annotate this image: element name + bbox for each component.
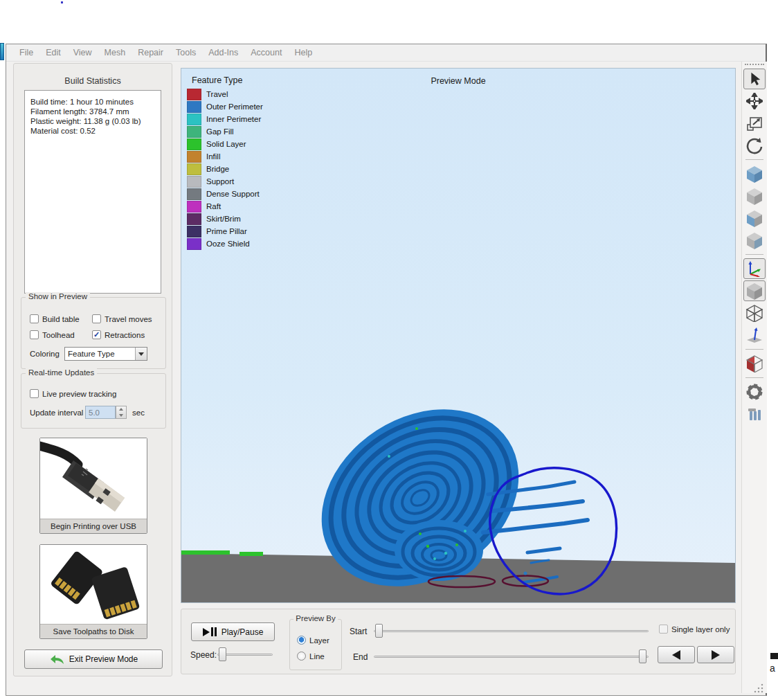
menu-tools[interactable]: Tools bbox=[170, 45, 202, 60]
update-interval-spinner[interactable] bbox=[116, 406, 127, 419]
end-slider-track[interactable] bbox=[374, 656, 649, 658]
cross-section-icon bbox=[745, 355, 763, 373]
window-resize-grip[interactable] bbox=[754, 683, 763, 693]
layer-radio[interactable] bbox=[297, 636, 306, 645]
menu-account[interactable]: Account bbox=[244, 45, 288, 60]
preview-by-label: Preview By bbox=[293, 614, 338, 622]
feature-type-legend: Feature Type Travel Outer Perimeter Inne… bbox=[187, 75, 263, 250]
spin-up-icon[interactable] bbox=[119, 408, 123, 411]
build-statistics-box: Build time: 1 hour 10 minutes Filament l… bbox=[24, 90, 161, 294]
cross-section-button[interactable] bbox=[743, 353, 766, 374]
solid-layer-strip bbox=[181, 550, 230, 555]
line-radio[interactable] bbox=[297, 652, 306, 661]
travel-moves-checkbox[interactable] bbox=[92, 314, 101, 323]
live-preview-checkbox[interactable] bbox=[30, 389, 39, 398]
background-window-fragment bbox=[770, 653, 778, 659]
checkbox-live-preview[interactable]: Live preview tracking bbox=[30, 389, 116, 398]
speed-slider-handle[interactable] bbox=[219, 647, 226, 661]
coloring-select[interactable]: Feature Type bbox=[64, 347, 147, 361]
toolhead-checkbox[interactable] bbox=[30, 330, 39, 339]
rotate-tool-button[interactable] bbox=[743, 135, 766, 156]
legend-swatch bbox=[187, 188, 201, 200]
settings-button[interactable] bbox=[743, 382, 766, 402]
checkbox-retractions[interactable]: ✓ Retractions bbox=[92, 330, 145, 339]
previous-layer-button[interactable] bbox=[658, 646, 695, 663]
realtime-updates-group: Real-time Updates Live preview tracking … bbox=[21, 373, 166, 429]
cube-wireframe-icon bbox=[745, 304, 763, 322]
exit-preview-button[interactable]: Exit Preview Mode bbox=[24, 649, 163, 669]
preview-viewport[interactable]: Preview Mode bbox=[181, 68, 736, 603]
menu-add-ins[interactable]: Add-Ins bbox=[202, 45, 244, 60]
stat-material-cost: Material cost: 0.52 bbox=[30, 126, 155, 136]
start-slider-handle[interactable] bbox=[375, 624, 383, 638]
end-slider[interactable] bbox=[374, 649, 649, 663]
scale-icon bbox=[746, 115, 763, 132]
legend-swatch bbox=[187, 101, 201, 113]
3d-scene[interactable] bbox=[181, 69, 735, 602]
coloring-value: Feature Type bbox=[65, 350, 135, 358]
view-front-button[interactable] bbox=[743, 208, 766, 228]
exit-arrow-icon bbox=[49, 654, 64, 664]
select-tool-button[interactable] bbox=[743, 69, 766, 89]
menu-mesh[interactable]: Mesh bbox=[98, 45, 132, 60]
scale-tool-button[interactable] bbox=[743, 113, 766, 134]
legend-label: Prime Pillar bbox=[206, 227, 247, 235]
start-slider-track[interactable] bbox=[374, 630, 649, 632]
cube-side-icon bbox=[745, 231, 763, 249]
radio-layer[interactable]: Layer bbox=[297, 636, 329, 645]
start-slider[interactable] bbox=[374, 624, 649, 638]
playback-panel: Play/Pause Speed: Preview By Layer Line … bbox=[181, 609, 736, 674]
legend-row: Inner Perimeter bbox=[187, 113, 263, 125]
support-structures-button[interactable] bbox=[743, 404, 766, 424]
legend-label: Bridge bbox=[206, 165, 229, 173]
save-toolpaths-button[interactable]: Save Toolpaths to Disk bbox=[39, 544, 147, 639]
surface-normals-button[interactable] bbox=[743, 325, 766, 345]
end-slider-handle[interactable] bbox=[639, 649, 646, 663]
menu-view[interactable]: View bbox=[67, 45, 98, 60]
retractions-checkbox[interactable]: ✓ bbox=[92, 330, 101, 339]
legend-swatch bbox=[187, 226, 201, 237]
usb-button-caption: Begin Printing over USB bbox=[40, 519, 147, 533]
menu-edit[interactable]: Edit bbox=[39, 45, 67, 60]
legend-label: Support bbox=[206, 177, 234, 186]
radio-line[interactable]: Line bbox=[297, 652, 325, 661]
single-layer-checkbox-row[interactable]: Single layer only bbox=[659, 625, 730, 634]
toolbar-separator bbox=[745, 349, 763, 350]
update-interval-value: 5.0 bbox=[89, 409, 100, 417]
legend-swatch bbox=[187, 89, 201, 100]
legend-row: Skirt/Brim bbox=[187, 213, 263, 225]
checkbox-toolhead[interactable]: Toolhead bbox=[30, 330, 75, 339]
speed-label: Speed: bbox=[190, 650, 217, 660]
legend-label: Infill bbox=[206, 152, 220, 161]
menu-help[interactable]: Help bbox=[288, 45, 318, 60]
checkbox-build-table[interactable]: Build table bbox=[30, 314, 80, 323]
build-table-checkbox[interactable] bbox=[30, 314, 39, 323]
sd-button-caption: Save Toolpaths to Disk bbox=[40, 624, 147, 638]
coloring-dropdown-button[interactable] bbox=[135, 348, 147, 360]
interval-unit-label: sec bbox=[132, 409, 145, 417]
solid-view-button[interactable] bbox=[743, 280, 766, 301]
toolbar-grip[interactable] bbox=[745, 64, 764, 66]
next-layer-button[interactable] bbox=[697, 646, 734, 663]
single-layer-checkbox[interactable] bbox=[659, 625, 668, 634]
begin-printing-usb-button[interactable]: Begin Printing over USB bbox=[39, 438, 147, 534]
axes-icon bbox=[746, 260, 763, 277]
cube-front-icon bbox=[745, 209, 763, 227]
play-pause-button[interactable]: Play/Pause bbox=[191, 622, 275, 641]
wireframe-view-button[interactable] bbox=[743, 303, 766, 323]
view-top-button[interactable] bbox=[743, 186, 766, 206]
view-side-button[interactable] bbox=[743, 230, 766, 251]
view-default-button[interactable] bbox=[743, 163, 766, 184]
spin-down-icon[interactable] bbox=[119, 414, 123, 417]
checkbox-travel-moves[interactable]: Travel moves bbox=[92, 314, 152, 323]
speed-slider[interactable] bbox=[217, 647, 273, 661]
update-interval-input[interactable]: 5.0 bbox=[85, 406, 116, 419]
menu-repair[interactable]: Repair bbox=[132, 45, 170, 60]
menu-file[interactable]: File bbox=[13, 45, 39, 60]
move-tool-button[interactable] bbox=[743, 91, 766, 111]
rotate-icon bbox=[745, 136, 763, 154]
show-axes-button[interactable] bbox=[743, 258, 766, 279]
page-artifact-dot bbox=[61, 1, 63, 3]
build-table-label: Build table bbox=[42, 315, 80, 323]
legend-row: Solid Layer bbox=[187, 138, 263, 150]
